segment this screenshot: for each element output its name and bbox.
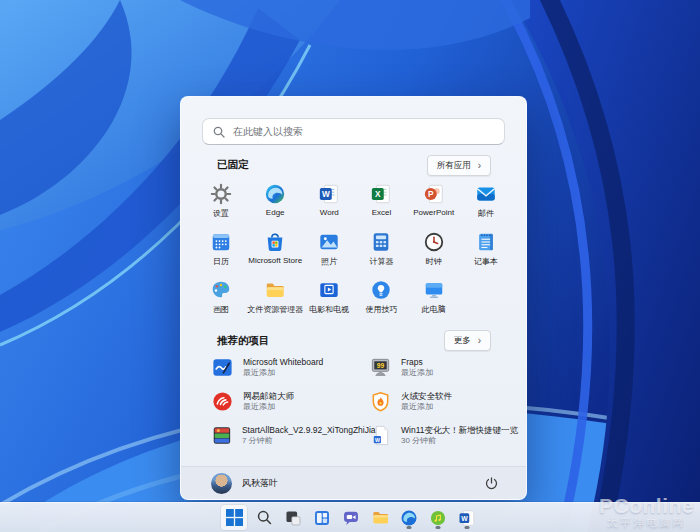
app-label: 时钟 [426, 256, 442, 267]
movies-tv-icon [318, 279, 340, 301]
recommended-grid: Microsoft Whiteboard最近添加 99 Fraps最近添加 网易… [211, 355, 508, 448]
recommended-item-startallback[interactable]: StartAllBack_V2.9.92_XiTongZhiJia7 分钟前 [211, 423, 369, 448]
pinned-app-powerpoint[interactable]: P PowerPoint [408, 183, 460, 221]
watermark-logo-text: PConline [599, 494, 694, 517]
pinned-app-edge[interactable]: Edge [247, 183, 303, 221]
app-label: 邮件 [478, 208, 494, 219]
rec-title: StartAllBack_V2.9.92_XiTongZhiJia [242, 425, 369, 436]
app-label: 文件资源管理器 [247, 304, 303, 315]
app-label: 设置 [213, 208, 229, 219]
huorong-shield-icon [369, 390, 392, 413]
rec-title: Win11变化大！新增快捷键一览 [401, 425, 518, 436]
chevron-right-icon: › [478, 336, 481, 346]
folder-icon [264, 279, 286, 301]
app-label: PowerPoint [413, 208, 454, 217]
app-label: 记事本 [474, 256, 498, 267]
widgets-icon [313, 509, 331, 527]
search-icon [256, 509, 273, 526]
svg-text:X: X [376, 190, 382, 199]
svg-text:99: 99 [377, 362, 385, 369]
edge-icon [400, 509, 418, 527]
notepad-icon [475, 231, 497, 253]
clock-icon [423, 231, 445, 253]
app-label: 计算器 [369, 256, 393, 267]
pinned-app-clock[interactable]: 时钟 [408, 231, 460, 269]
rec-subtitle: 最近添加 [401, 402, 452, 412]
all-apps-button[interactable]: 所有应用 › [427, 155, 491, 176]
rec-subtitle: 最近添加 [401, 368, 433, 378]
rec-subtitle: 最近添加 [243, 368, 323, 378]
app-label: Excel [372, 208, 392, 217]
pinned-apps-grid: 设置 Edge W Word X Excel P PowerPoint 邮件 日… [195, 183, 512, 317]
taskbar-widgets-button[interactable] [310, 505, 334, 530]
power-button[interactable] [480, 472, 502, 494]
pinned-app-file-explorer[interactable]: 文件资源管理器 [247, 279, 303, 317]
taskbar-search-button[interactable] [252, 505, 276, 530]
pinned-app-this-pc[interactable]: 此电脑 [408, 279, 460, 317]
recommended-header: 推荐的项目 [217, 334, 270, 348]
rec-subtitle: 30 分钟前 [401, 436, 518, 446]
paint-palette-icon [210, 279, 232, 301]
taskbar-start-button[interactable] [221, 505, 247, 530]
app-label: 照片 [321, 256, 337, 267]
more-button[interactable]: 更多 › [444, 330, 491, 351]
netease-mail-master-icon [211, 390, 234, 413]
recommended-item-netease-mail[interactable]: 网易邮箱大师最近添加 [211, 389, 369, 414]
settings-gear-icon [210, 183, 232, 205]
search-input[interactable]: 在此键入以搜索 [202, 118, 505, 145]
taskbar-file-explorer-button[interactable] [368, 505, 392, 530]
calendar-icon [210, 231, 232, 253]
user-avatar[interactable] [211, 473, 232, 494]
app-label: Word [320, 208, 339, 217]
fraps-monitor-icon: 99 [369, 356, 392, 379]
recommended-item-fraps[interactable]: 99 Fraps最近添加 [369, 355, 518, 380]
taskbar-chat-button[interactable] [339, 505, 363, 530]
user-bar: 风秋落叶 [181, 466, 526, 499]
pinned-app-paint[interactable]: 画图 [195, 279, 247, 317]
svg-text:W: W [322, 190, 330, 199]
tips-bulb-icon [370, 279, 392, 301]
pinned-app-calendar[interactable]: 日历 [195, 231, 247, 269]
powerpoint-icon: P [423, 183, 445, 205]
recommended-item-whiteboard[interactable]: Microsoft Whiteboard最近添加 [211, 355, 369, 380]
pinned-app-word[interactable]: W Word [303, 183, 355, 221]
app-label: 此电脑 [422, 304, 446, 315]
pconline-watermark: PConline 太平洋电脑网 [599, 494, 694, 528]
folder-icon [371, 508, 390, 527]
music-note-icon [429, 509, 447, 527]
rec-title: 网易邮箱大师 [243, 391, 294, 402]
user-name: 风秋落叶 [242, 477, 278, 490]
mail-envelope-icon [475, 183, 497, 205]
app-label: 日历 [213, 256, 229, 267]
svg-text:W: W [375, 437, 380, 443]
app-label: 电影和电视 [309, 304, 349, 315]
taskbar-word-button[interactable]: W [455, 505, 479, 530]
power-icon [484, 476, 499, 491]
taskbar-music-button[interactable] [426, 505, 450, 530]
rec-title: Fraps [401, 357, 433, 368]
svg-text:P: P [428, 190, 434, 199]
rec-subtitle: 7 分钟前 [242, 436, 369, 446]
pinned-app-calculator[interactable]: 计算器 [355, 231, 407, 269]
pinned-app-notepad[interactable]: 记事本 [460, 231, 512, 269]
whiteboard-icon [211, 356, 234, 379]
app-label: Edge [266, 208, 285, 217]
recommended-item-win11-doc[interactable]: W Win11变化大！新增快捷键一览30 分钟前 [369, 423, 518, 448]
this-pc-monitor-icon [423, 279, 445, 301]
pinned-app-settings[interactable]: 设置 [195, 183, 247, 221]
pinned-header: 已固定 [217, 158, 249, 172]
pinned-app-store[interactable]: Microsoft Store [247, 231, 303, 269]
rec-title: 火绒安全软件 [401, 391, 452, 402]
app-label: 使用技巧 [365, 304, 397, 315]
pinned-app-excel[interactable]: X Excel [355, 183, 407, 221]
taskbar-edge-button[interactable] [397, 505, 421, 530]
pinned-app-photos[interactable]: 照片 [303, 231, 355, 269]
watermark-subtitle-text: 太平洋电脑网 [599, 517, 694, 528]
recommended-item-huorong[interactable]: 火绒安全软件最近添加 [369, 389, 518, 414]
pinned-app-movies-tv[interactable]: 电影和电视 [303, 279, 355, 317]
taskbar-task-view-button[interactable] [281, 505, 305, 530]
taskbar: W [0, 502, 700, 532]
windows-logo-icon [226, 509, 243, 526]
pinned-app-tips[interactable]: 使用技巧 [355, 279, 407, 317]
pinned-app-mail[interactable]: 邮件 [460, 183, 512, 221]
